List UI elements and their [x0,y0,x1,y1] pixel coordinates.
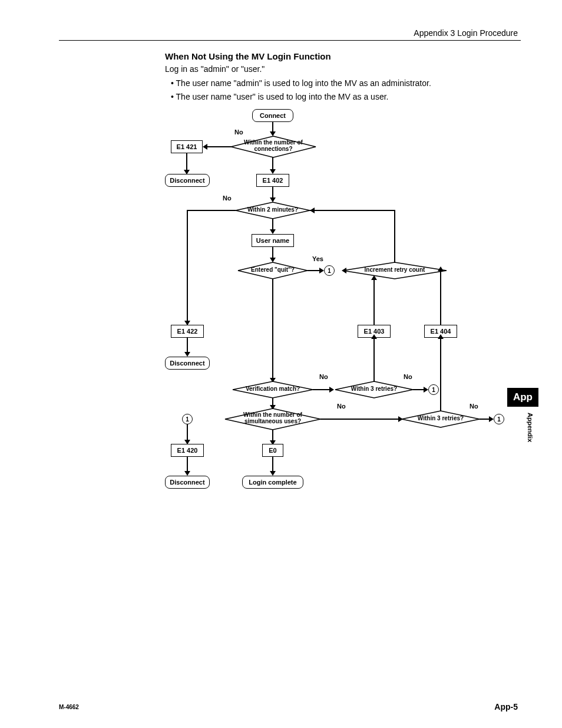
connector-1c: 1 [494,414,504,424]
node-within-simultaneous: Within the number of simultaneous uses? [233,411,312,424]
header-text: Appendix 3 Login Procedure [414,28,518,38]
node-within-connections: Within the number of connections? [236,139,311,152]
flowchart: Connect Within the number of connections… [165,109,495,498]
intro-text: Log in as "admin" or "user." [165,64,518,75]
node-login-complete: Login complete [242,476,303,489]
connector-1a: 1 [324,265,335,276]
node-disconnect-1: Disconnect [165,174,210,187]
node-e1-420: E1 420 [171,444,204,457]
footer-right: App-5 [494,702,518,711]
node-within-3-retries-2: Within 3 retries? [408,415,473,421]
node-e1-421: E1 421 [171,140,203,153]
node-connect: Connect [252,109,293,122]
node-user-name: User name [252,234,294,247]
node-disconnect-3: Disconnect [165,476,210,489]
content-block: When Not Using the MV Login Function Log… [165,50,518,106]
side-label-appendix: Appendix [527,413,534,442]
section-title: When Not Using the MV Login Function [165,50,518,62]
label-no-1: No [234,129,243,136]
node-e0: E0 [262,444,283,457]
label-no-6: No [470,403,478,410]
node-within-2min: Within 2 minutes? [240,206,305,213]
footer-left: M-4662 [59,704,79,710]
node-e1-422: E1 422 [171,325,204,338]
side-tab: App [507,388,538,407]
node-disconnect-2: Disconnect [165,357,210,370]
node-e1-402: E1 402 [256,174,289,187]
node-increment-retry: Increment retry count [353,266,436,273]
node-verification-match: Verification match? [238,386,308,392]
label-no-2: No [223,195,232,202]
node-entered-quit: Entered "quit"? [244,266,302,273]
label-no-3: No [319,373,328,380]
label-no-5: No [337,403,346,410]
bullet-1: The user name "admin" is used to log int… [171,78,518,90]
bullet-2: The user name "user" is used to log into… [171,91,518,103]
label-no-4: No [404,373,412,380]
connector-1b: 1 [428,384,439,395]
connector-1d: 1 [182,414,193,424]
node-within-3-retries-1: Within 3 retries? [342,386,406,392]
header-rule [59,40,521,41]
label-yes: Yes [312,255,323,262]
